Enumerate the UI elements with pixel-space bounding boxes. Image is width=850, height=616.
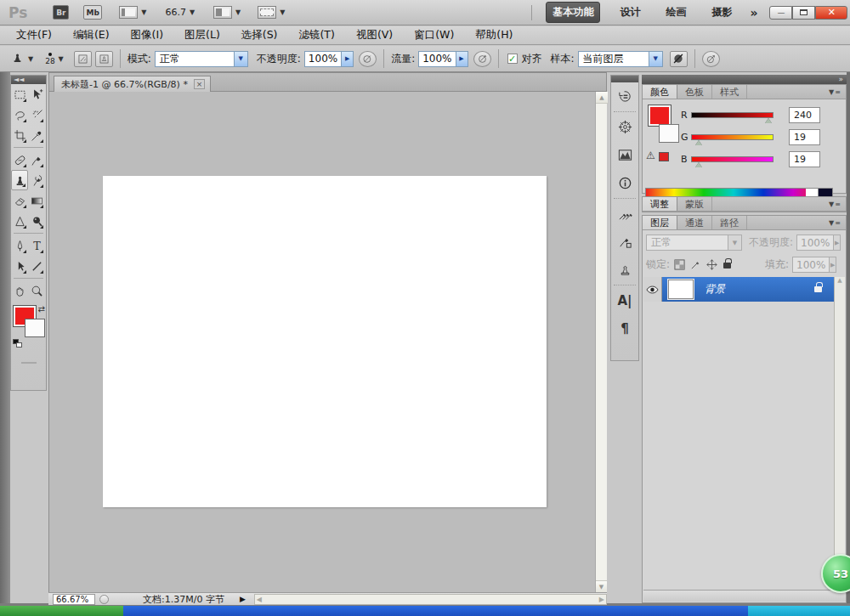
healing-brush-tool[interactable]	[11, 150, 28, 170]
layer-row-background[interactable]: 背景	[643, 277, 834, 302]
blue-slider-marker[interactable]	[695, 162, 702, 167]
menu-help[interactable]: 帮助(H)	[470, 28, 518, 42]
pen-tool[interactable]	[11, 235, 28, 256]
minimize-button[interactable]: —	[769, 6, 792, 20]
aligned-checkbox[interactable]: ✓	[507, 54, 518, 64]
status-zoom-field[interactable]: 66.67%	[53, 594, 95, 605]
tab-channels[interactable]: 通道	[677, 216, 712, 229]
brush-panel-icon[interactable]	[611, 200, 638, 228]
lock-position-icon[interactable]	[706, 258, 718, 271]
panel-menu-icon[interactable]: ▼≡	[829, 201, 842, 209]
menu-window[interactable]: 窗口(W)	[409, 28, 459, 42]
opacity-field[interactable]: 100%▶	[304, 51, 354, 67]
hand-tool[interactable]	[11, 280, 28, 301]
ignore-adjustment-layers-icon[interactable]	[670, 51, 688, 67]
status-flyout-button[interactable]: ▶	[240, 595, 246, 603]
document-tab[interactable]: 未标题-1 @ 66.7%(RGB/8) * ×	[54, 76, 211, 92]
tab-adjustments[interactable]: 调整	[643, 197, 677, 211]
layer-blend-mode-select[interactable]: 正常▼	[646, 235, 742, 251]
lasso-tool[interactable]	[11, 105, 28, 125]
menu-edit[interactable]: 编辑(E)	[68, 28, 115, 42]
dock-header[interactable]	[611, 76, 638, 82]
layer-fill-field[interactable]: 100%▶	[792, 257, 836, 273]
red-slider-marker[interactable]	[765, 118, 772, 123]
swap-colors-icon[interactable]: ⇄	[38, 304, 45, 314]
chevron-down-icon[interactable]: ▼	[649, 52, 662, 66]
tool-preset-dropdown-arrow[interactable]: ▼	[28, 55, 33, 63]
color-panel-background-swatch[interactable]	[659, 124, 679, 143]
tab-color[interactable]: 颜色	[643, 85, 677, 99]
navigator-panel-icon[interactable]	[611, 113, 638, 141]
type-tool[interactable]: T	[28, 235, 45, 256]
tab-styles[interactable]: 样式	[712, 85, 747, 99]
menu-image[interactable]: 图像(I)	[126, 28, 168, 42]
layer-thumbnail[interactable]	[668, 280, 694, 299]
workspace-photography-button[interactable]: 摄影	[706, 3, 738, 22]
chevron-right-icon[interactable]: ▶	[456, 52, 468, 66]
scroll-down-arrow[interactable]: ▼	[596, 580, 607, 592]
flow-field[interactable]: 100%▶	[418, 51, 468, 67]
taskbar-start-segment[interactable]	[0, 606, 123, 616]
green-value-field[interactable]: 19	[789, 129, 820, 145]
default-colors-icon[interactable]	[13, 339, 22, 348]
menu-filter[interactable]: 滤镜(T)	[293, 28, 339, 42]
pressure-opacity-icon[interactable]	[359, 51, 377, 67]
chevron-right-icon[interactable]: ▶	[341, 52, 353, 66]
launch-bridge-button[interactable]: Br	[53, 5, 69, 20]
restore-button[interactable]	[792, 6, 815, 20]
tab-masks[interactable]: 蒙版	[677, 197, 712, 211]
toggle-clone-source-panel-button[interactable]	[95, 51, 113, 67]
menu-view[interactable]: 视图(V)	[351, 28, 398, 42]
arrange-documents-icon[interactable]	[213, 6, 232, 19]
workspace-overflow-chevron[interactable]: »	[750, 6, 757, 20]
info-panel-icon[interactable]	[611, 169, 638, 197]
layer-visibility-cell[interactable]	[643, 277, 662, 302]
green-slider[interactable]	[691, 134, 774, 140]
clone-stamp-tool[interactable]	[11, 170, 28, 190]
view-extras-dropdown-arrow[interactable]: ▼	[141, 8, 146, 16]
scroll-up-arrow[interactable]: ▲	[596, 92, 608, 104]
rectangular-marquee-tool[interactable]	[11, 84, 28, 105]
pressure-size-icon[interactable]	[702, 51, 720, 67]
scroll-right-arrow[interactable]: ▶	[599, 596, 604, 603]
red-value-field[interactable]: 240	[789, 107, 820, 123]
workspace-painting-button[interactable]: 绘画	[660, 3, 692, 22]
scroll-left-arrow[interactable]: ◀	[257, 596, 262, 603]
taskbar-right-segment[interactable]	[748, 606, 850, 616]
eraser-tool[interactable]	[11, 190, 28, 211]
vertical-scrollbar[interactable]: ▲ ▼	[595, 92, 607, 592]
history-panel-icon[interactable]	[611, 82, 638, 110]
eyedropper-tool[interactable]	[28, 125, 45, 145]
launch-mini-bridge-button[interactable]: Mb	[83, 5, 102, 20]
history-brush-tool[interactable]	[28, 170, 45, 190]
workspace-design-button[interactable]: 设计	[614, 3, 646, 22]
histogram-panel-icon[interactable]	[611, 141, 638, 169]
chevron-down-icon[interactable]: ▼	[234, 52, 247, 66]
tab-swatches[interactable]: 色板	[677, 85, 712, 99]
menu-file[interactable]: 文件(F)	[11, 28, 57, 42]
magic-wand-tool[interactable]	[28, 105, 45, 125]
tools-panel-collapse-button[interactable]: ◄◄	[11, 76, 46, 84]
character-panel-icon[interactable]: A|	[611, 286, 638, 314]
panel-menu-icon[interactable]: ▼≡	[829, 88, 842, 97]
screen-mode-dropdown-arrow[interactable]: ▼	[280, 8, 285, 16]
paragraph-panel-icon[interactable]: ¶	[611, 314, 638, 342]
canvas[interactable]	[103, 176, 547, 507]
gamut-warning-icon[interactable]: ⚠	[646, 150, 655, 161]
zoom-tool[interactable]	[28, 280, 45, 301]
blue-slider[interactable]	[691, 156, 774, 162]
airbrush-toggle-icon[interactable]	[473, 51, 491, 67]
crop-tool[interactable]	[11, 125, 28, 145]
brush-preset-picker[interactable]: 28	[45, 53, 54, 65]
gradient-tool[interactable]	[28, 190, 45, 211]
clone-source-panel-icon[interactable]	[611, 256, 638, 284]
layer-name[interactable]: 背景	[705, 282, 814, 297]
zoom-level-control[interactable]: 66.7	[165, 7, 186, 18]
arrange-documents-dropdown-arrow[interactable]: ▼	[235, 8, 241, 16]
document-close-icon[interactable]: ×	[194, 79, 205, 89]
view-extras-icon[interactable]	[119, 6, 138, 19]
zoom-dropdown-arrow[interactable]: ▼	[190, 8, 195, 16]
brush-tool[interactable]	[28, 150, 45, 170]
path-selection-tool[interactable]	[11, 256, 28, 276]
lock-transparency-icon[interactable]	[673, 258, 686, 271]
